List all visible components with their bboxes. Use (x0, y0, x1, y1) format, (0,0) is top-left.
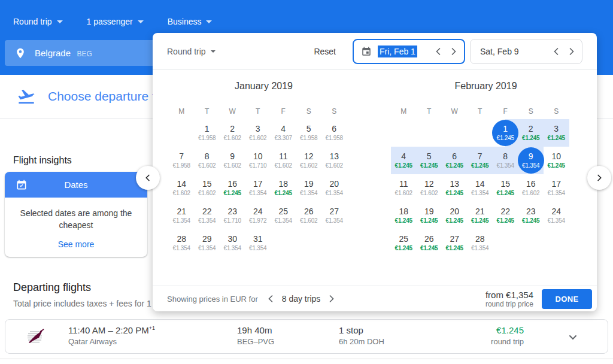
calendar-day[interactable]: 31€1.354 (245, 229, 271, 257)
calendar-day[interactable]: 16€1.245 (220, 174, 245, 202)
calendar-day[interactable]: 22€1.245 (493, 202, 518, 229)
calendar-day[interactable]: 9€1.602 (220, 147, 245, 174)
day-number: 21 (475, 207, 485, 217)
calendar-day[interactable]: 25€1.245 (391, 229, 417, 257)
shorter-trip-button[interactable] (268, 295, 274, 303)
calendar-day[interactable]: 19€1.245 (417, 202, 442, 229)
prev-departure-date-button[interactable] (435, 47, 441, 56)
calendar-day[interactable]: 4€1.245 (391, 147, 417, 174)
day-number: 25 (399, 234, 408, 244)
calendar-day[interactable]: 3€1.245 (544, 119, 569, 147)
prev-return-date-button[interactable] (553, 47, 559, 56)
calendar-day[interactable]: 14€1.602 (169, 174, 195, 202)
calendar-day[interactable]: 29€1.354 (195, 229, 220, 257)
calendar-day[interactable]: 18€1.245 (271, 174, 296, 202)
calendar-day[interactable]: 27€1.354 (321, 202, 347, 229)
insights-prev-button[interactable] (136, 166, 160, 190)
dates-card-header[interactable]: Dates (5, 172, 147, 198)
calendar-day[interactable]: 24€1.354 (544, 202, 569, 229)
calendar-day[interactable]: 19€1.354 (296, 174, 322, 202)
calendar-day[interactable]: 15€1.602 (195, 174, 220, 202)
day-number: 10 (551, 151, 561, 162)
calendar-day[interactable]: 24€1.972 (245, 202, 271, 229)
calendar-day[interactable]: 8€1.602 (195, 147, 220, 174)
expand-flight-icon[interactable] (566, 330, 580, 344)
calendar-day[interactable]: 22€1.354 (195, 202, 220, 229)
day-price: €1.710 (249, 162, 266, 169)
calendar-trip-type-select[interactable]: Round trip (167, 47, 216, 56)
calendar-day[interactable]: 23€1.710 (220, 202, 245, 229)
day-price: €1.245 (420, 162, 438, 169)
calendar-day[interactable]: 25€1.354 (271, 202, 296, 229)
calendar-day[interactable]: 9€1.354 (518, 147, 544, 174)
calendar-day[interactable]: 20€1.354 (321, 174, 347, 202)
calendar-day[interactable]: 16€1.602 (518, 174, 544, 202)
calendar-day[interactable]: 5€1.245 (417, 147, 442, 174)
calendar-day[interactable]: 17€1.354 (245, 174, 271, 202)
calendar-day[interactable]: 21€1.245 (468, 202, 493, 229)
calendar-day[interactable]: 12€1.602 (417, 174, 442, 202)
calendar-day[interactable]: 12€1.602 (296, 147, 322, 174)
calendar-day[interactable]: 3€1.602 (245, 119, 271, 147)
calendar-day[interactable]: 23€1.245 (518, 202, 544, 229)
calendar-day[interactable]: 5€1.958 (296, 119, 322, 147)
next-return-date-button[interactable] (569, 47, 575, 56)
calendar-day[interactable]: 26€1.602 (296, 202, 322, 229)
calendar-day[interactable]: 15€1.245 (493, 174, 518, 202)
day-number: 19 (304, 179, 314, 189)
day-price: €1.245 (395, 162, 412, 169)
day-number: 5 (306, 124, 311, 134)
calendar-day[interactable]: 2€1.602 (220, 119, 245, 147)
flight-result-row[interactable]: 11:40 AM – 2:20 PM+1 Qatar Airways 19h 4… (5, 319, 608, 354)
weekday-label: S (296, 104, 322, 119)
departure-date-field[interactable]: Fri, Feb 1 (353, 39, 465, 64)
calendar-day[interactable]: 7€1.245 (468, 147, 493, 174)
cabin-class-label: Business (168, 17, 202, 26)
trip-type-select[interactable]: Round trip (13, 17, 63, 26)
calendar-day[interactable]: 28€1.354 (468, 229, 493, 257)
month-title: January 2019 (153, 81, 375, 94)
day-price: €1.245 (395, 217, 412, 225)
calendar-day[interactable]: 14€1.354 (468, 174, 493, 202)
calendar-day[interactable]: 10€1.245 (544, 147, 569, 174)
calendar-day[interactable]: 28€1.354 (169, 229, 195, 257)
calendar-day[interactable]: 11€1.602 (271, 147, 296, 174)
day-number: 21 (177, 207, 186, 217)
calendar-day[interactable]: 30€1.354 (220, 229, 245, 257)
calendar-day[interactable]: 27€1.245 (442, 229, 468, 257)
calendar-day[interactable]: 6€1.958 (321, 119, 347, 147)
insights-next-button[interactable] (587, 166, 611, 190)
calendar-day[interactable]: 8€1.354 (493, 147, 518, 174)
airline-name: Qatar Airways (68, 337, 155, 346)
see-more-link[interactable]: See more (17, 239, 135, 249)
calendar-day[interactable]: 6€1.245 (442, 147, 468, 174)
next-departure-date-button[interactable] (451, 47, 457, 56)
calendar-day[interactable]: 2€1.245 (518, 119, 544, 147)
calendar-day[interactable]: 1€1.245 (493, 119, 518, 147)
calendar-day[interactable]: 18€1.245 (391, 202, 417, 229)
done-button[interactable]: DONE (542, 289, 592, 309)
calendar-day[interactable]: 11€1.602 (391, 174, 417, 202)
calendar-day[interactable]: 21€1.354 (169, 202, 195, 229)
chevron-down-icon (138, 20, 144, 23)
calendar-day[interactable]: 20€1.245 (442, 202, 468, 229)
passengers-select[interactable]: 1 passenger (87, 17, 144, 26)
calendar-day[interactable]: 4€3.307 (271, 119, 296, 147)
day-number: 7 (179, 151, 184, 162)
calendar-day[interactable]: 13€1.245 (442, 174, 468, 202)
calendar-day[interactable]: 13€1.602 (321, 147, 347, 174)
calendar-day[interactable]: 17€1.354 (544, 174, 569, 202)
dates-insight-card[interactable]: Dates Selected dates are among the cheap… (5, 172, 147, 257)
day-number: 25 (278, 207, 288, 217)
reset-button[interactable]: Reset (314, 47, 336, 56)
cabin-class-select[interactable]: Business (168, 17, 213, 26)
calendar-day[interactable]: 1€1.958 (195, 119, 220, 147)
origin-input[interactable]: Belgrade BEG (5, 40, 153, 66)
calendar-day[interactable]: 26€1.245 (417, 229, 442, 257)
calendar-day[interactable]: 10€1.710 (245, 147, 271, 174)
longer-trip-button[interactable] (329, 295, 335, 303)
return-date-field[interactable]: Sat, Feb 9 (470, 39, 582, 64)
day-price: €1.972 (249, 217, 266, 225)
calendar-day[interactable]: 7€1.958 (169, 147, 195, 174)
weekday-label: T (417, 104, 442, 119)
